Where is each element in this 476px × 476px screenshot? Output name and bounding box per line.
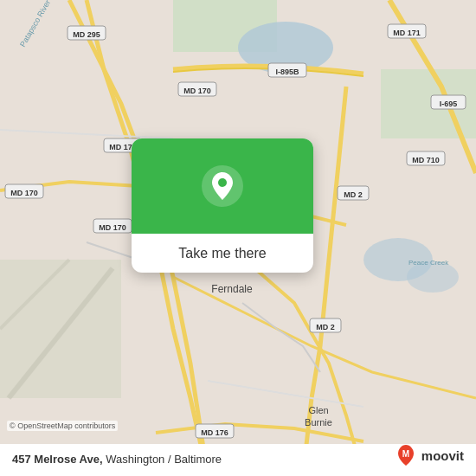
svg-text:MD 176: MD 176 [201,428,228,437]
svg-text:MD 295: MD 295 [73,30,100,39]
svg-text:Burnie: Burnie [305,417,332,428]
moovit-brand-text: moovit [421,448,464,463]
svg-text:MD 710: MD 710 [412,156,440,164]
svg-text:MD 170: MD 170 [183,87,211,95]
address-street: 457 Melrose Ave, [12,453,103,466]
map-container: MD 295 MD 171 MD 170 I-895B MD 2 MD 710 … [0,0,476,476]
svg-text:MD 171: MD 171 [393,29,421,37]
bottom-bar: 457 Melrose Ave, Washington / Baltimore … [0,444,476,476]
osm-attribution: © OpenStreetMap contributors [7,421,118,431]
svg-text:Glen: Glen [308,405,328,415]
button-label: Take me there [178,246,266,261]
svg-text:MD 2: MD 2 [316,323,335,331]
svg-text:M: M [402,449,409,459]
svg-text:I-895B: I-895B [275,68,299,76]
location-pin-icon [200,164,245,209]
svg-text:MD 170: MD 170 [99,223,126,232]
moovit-icon: M [394,443,418,467]
svg-text:Peace Creek: Peace Creek [408,259,449,267]
navigation-card: Take me there [132,138,313,273]
svg-point-39 [218,178,227,187]
address-city: Washington / Baltimore [106,453,222,466]
svg-text:Ferndale: Ferndale [211,283,253,295]
svg-text:MD 2: MD 2 [344,190,363,199]
moovit-logo: M moovit [394,443,464,467]
card-header [132,138,313,234]
take-me-there-button[interactable]: Take me there [132,234,313,273]
svg-text:I-695: I-695 [440,100,458,108]
svg-text:MD 170: MD 170 [10,189,38,197]
